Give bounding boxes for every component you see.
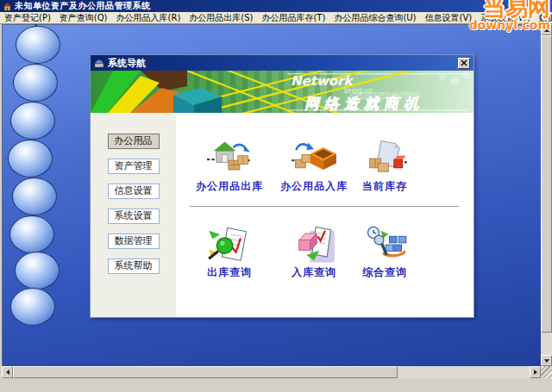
tile-supplies-outbound[interactable]: 办公用品出库 [186,139,273,194]
tile-label: 综合查询 [342,265,428,280]
menu-item-supplies-stock[interactable]: 办公用品库存(T) [257,12,329,23]
current-stock-icon [362,139,407,178]
bubble-decoration [12,177,57,215]
tile-current-stock[interactable]: 当前库存 [342,139,428,194]
banner: Network bring up commerce 网络造就商机 [91,71,474,113]
menu-item-supplies-combined-query[interactable]: 办公用品综合查询(U) [329,12,420,23]
horizontal-scroll-thumb[interactable] [13,366,398,378]
close-icon [461,59,467,66]
watermark: 当易网 downyl.com [469,0,550,31]
banner-text-chinese: 网络造就商机 [304,95,423,112]
watermark-site-url: downyl.com [469,19,550,31]
scroll-left-button[interactable] [2,366,13,378]
sidebar-button-system-help[interactable]: 系统帮助 [108,258,160,274]
tile-label: 出库查询 [186,265,273,280]
warehouse-out-icon [207,139,252,178]
outbound-query-icon [207,225,252,264]
window-frame-left [0,24,2,390]
sidebar-button-system-settings[interactable]: 系统设置 [108,208,160,224]
menu-item-info-settings[interactable]: 信息设置(V) [421,12,477,23]
app-window: 未知单位资产及办公用品管理系统 资产登记(P) 资产查询(Q) 办公用品入库(R… [0,0,552,392]
bubble-decoration [16,26,60,64]
section-divider [190,206,459,207]
dialog-title: 系统导航 [108,57,455,70]
arrow-left-icon [3,370,9,375]
combined-query-icon [362,225,407,264]
dialog-main: 办公用品出库 [176,113,474,317]
sidebar-button-data-management[interactable]: 数据管理 [108,233,160,249]
sidebar-button-office-supplies[interactable]: 办公用品 [108,134,160,149]
warehouse-in-icon [292,139,336,178]
menu-item-supplies-inbound[interactable]: 办公用品入库(R) [112,12,185,23]
dialog-sidebar: 办公用品 资产管理 信息设置 系统设置 数据管理 系统帮助 [91,113,176,317]
tile-label: 当前库存 [342,179,428,194]
app-house-icon [3,2,12,11]
resize-grip[interactable] [541,366,552,378]
horizontal-scrollbar[interactable] [2,366,541,378]
vertical-scroll-thumb[interactable] [541,35,552,333]
tile-label: 办公用品出库 [186,179,273,194]
bubble-decoration [8,140,53,177]
sidebar-button-info-settings[interactable]: 信息设置 [108,184,160,199]
dialog-body: 办公用品 资产管理 信息设置 系统设置 数据管理 系统帮助 [91,113,474,317]
bubble-decoration [10,288,55,326]
dialog-title-bar: 系统导航 [91,55,474,71]
menu-item-supplies-outbound[interactable]: 办公用品出库(S) [185,12,257,23]
bubble-decoration [9,215,54,253]
inbound-query-icon [292,225,336,264]
menu-item-asset-register[interactable]: 资产登记(P) [0,12,55,23]
scroll-right-button[interactable] [530,366,541,378]
tile-combined-query[interactable]: 综合查询 [342,225,428,280]
arrow-right-icon [534,370,540,375]
arrow-down-icon [544,359,549,365]
scroll-down-button[interactable] [541,355,552,366]
client-area: 系统导航 [2,24,541,378]
vertical-scrollbar[interactable] [541,24,552,366]
bubble-decoration [10,102,55,140]
dialog-dome-icon [94,59,104,68]
sidebar-button-asset-management[interactable]: 资产管理 [108,159,160,174]
menu-item-asset-query[interactable]: 资产查询(Q) [55,12,112,23]
tile-outbound-query[interactable]: 出库查询 [186,225,273,280]
dialog-close-button[interactable] [458,58,470,69]
watermark-site-name: 当易网 [469,0,550,19]
system-navigation-dialog: 系统导航 [90,54,474,318]
bubble-decoration [15,252,60,289]
window-title: 未知单位资产及办公用品管理系统 [15,0,151,12]
bubble-decoration [13,64,58,102]
